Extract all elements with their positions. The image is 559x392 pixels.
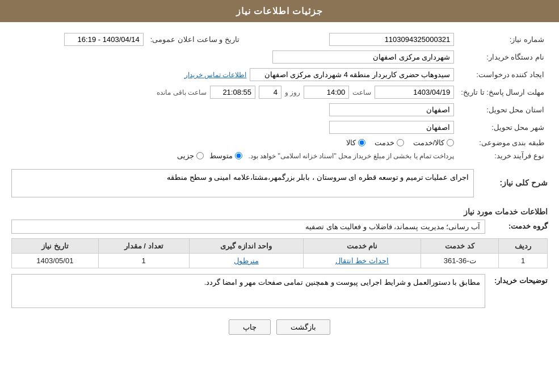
radio-kala[interactable]: کالا [346, 138, 365, 147]
cell-0-1: ت-36-361 [421, 254, 498, 268]
radio-khedmat[interactable]: خدمت [375, 138, 404, 147]
header-title: جزئیات اطلاعات نیاز [236, 6, 323, 16]
buyer-org-input[interactable] [272, 50, 454, 64]
deadline-days-input[interactable] [259, 86, 281, 99]
services-table: ردیفکد خدمتنام خدمتواحد اندازه گیریتعداد… [11, 238, 548, 268]
cell-0-4: 1 [98, 254, 189, 268]
page-wrapper: جزئیات اطلاعات نیاز شماره نیاز: تاریخ و … [0, 0, 559, 392]
description-section: شرح کلی نیاز: [11, 169, 548, 199]
description-row: شرح کلی نیاز: [11, 169, 548, 199]
col-header-4: تعداد / مقدار [98, 239, 189, 254]
row-category: طبقه بندی موضوعی: کالا/خدمت خدمت [11, 136, 548, 149]
buyer-org-label: نام دستگاه خریدار: [457, 48, 548, 66]
cell-0-5: 1403/05/01 [12, 254, 99, 268]
deadline-remaining-label: ساعت باقی مانده [157, 88, 207, 96]
info-table: شماره نیاز: تاریخ و ساعت اعلان عمومی: نا… [11, 31, 548, 162]
table-header-row: ردیفکد خدمتنام خدمتواحد اندازه گیریتعداد… [12, 239, 548, 254]
col-header-5: تاریخ نیاز [12, 239, 99, 254]
content-area: شماره نیاز: تاریخ و ساعت اعلان عمومی: نا… [0, 22, 559, 343]
creator-label: ایجاد کننده درخواست: [457, 66, 548, 83]
col-header-0: ردیف [499, 239, 548, 254]
notes-row: توضیحات خریدار: [11, 274, 548, 308]
service-group-label: گروه خدمت: [491, 220, 548, 230]
deadline-days-label: روز و [285, 88, 300, 96]
announcement-date-label: تاریخ و ساعت اعلان عمومی: [147, 31, 251, 48]
back-button[interactable]: بازگشت [276, 319, 330, 335]
process-value: پرداخت تمام یا بخشی از مبلغ خریداز محل "… [11, 149, 457, 162]
page-header: جزئیات اطلاعات نیاز [0, 0, 559, 22]
city-label: شهر محل تحویل: [457, 119, 548, 136]
need-number-input[interactable] [329, 33, 454, 46]
need-number-value [251, 31, 457, 48]
service-group-row: گروه خدمت: آب رسانی؛ مدیریت پسماند، فاضل… [11, 220, 548, 234]
col-header-1: کد خدمت [421, 239, 498, 254]
deadline-remaining-input[interactable] [210, 86, 255, 99]
radio-motawaset-label: متوسط [209, 151, 233, 160]
deadline-time-label: ساعت [352, 88, 371, 96]
row-buyer-org: نام دستگاه خریدار: [11, 48, 548, 66]
service-group-value: آب رسانی؛ مدیریت پسماند، فاضلاب و فعالیت… [11, 220, 485, 234]
services-section-title: اطلاعات خدمات مورد نیاز [11, 207, 548, 216]
deadline-time-input[interactable] [304, 86, 349, 99]
notes-label: توضیحات خریدار: [491, 274, 548, 285]
row-province: استان محل تحویل: [11, 101, 548, 119]
radio-jozi-label: جزیی [177, 151, 194, 160]
buyer-org-value [11, 48, 457, 66]
table-row: 1ت-36-361احداث خط انتقالمنرطول11403/05/0… [12, 254, 548, 268]
notes-textarea[interactable] [11, 274, 485, 308]
province-label: استان محل تحویل: [457, 101, 548, 119]
deadline-date-input[interactable] [375, 86, 454, 99]
creator-value: اطلاعات تماس خریدار [11, 66, 457, 83]
process-note: پرداخت تمام یا بخشی از مبلغ خریداز محل "… [248, 152, 454, 160]
announcement-date-value [11, 31, 147, 48]
province-value [11, 101, 457, 119]
row-city: شهر محل تحویل: [11, 119, 548, 136]
button-row: بازگشت چاپ [11, 319, 548, 335]
radio-motawaset[interactable]: متوسط [209, 151, 242, 160]
cell-0-2[interactable]: احداث خط انتقال [303, 254, 421, 268]
cell-0-3[interactable]: منرطول [189, 254, 303, 268]
radio-khedmat-label: خدمت [375, 138, 394, 147]
description-label: شرح کلی نیاز: [480, 176, 548, 187]
cell-0-0: 1 [499, 254, 548, 268]
deadline-value: ساعت روز و ساعت باقی مانده [11, 83, 457, 101]
description-textarea[interactable] [11, 169, 474, 197]
category-label: طبقه بندی موضوعی: [457, 136, 548, 149]
radio-jozi[interactable]: جزیی [177, 151, 204, 160]
deadline-label: مهلت ارسال پاسخ: تا تاریخ: [457, 83, 548, 101]
row-need-number: شماره نیاز: تاریخ و ساعت اعلان عمومی: [11, 31, 548, 48]
col-header-2: نام خدمت [303, 239, 421, 254]
announcement-date-input[interactable] [64, 33, 144, 46]
row-creator: ایجاد کننده درخواست: اطلاعات تماس خریدار [11, 66, 548, 83]
city-value [11, 119, 457, 136]
col-header-3: واحد اندازه گیری [189, 239, 303, 254]
radio-kala-label: کالا [346, 138, 356, 147]
radio-kala-khedmat[interactable]: کالا/خدمت [413, 138, 455, 147]
province-input[interactable] [329, 103, 454, 116]
process-label: نوع فرآیند خرید: [457, 149, 548, 162]
radio-kala-khedmat-label: کالا/خدمت [413, 138, 445, 147]
category-radios: کالا/خدمت خدمت کالا [11, 136, 457, 149]
row-process: نوع فرآیند خرید: پرداخت تمام یا بخشی از … [11, 149, 548, 162]
row-deadline: مهلت ارسال پاسخ: تا تاریخ: ساعت روز و سا… [11, 83, 548, 101]
contact-link[interactable]: اطلاعات تماس خریدار [184, 71, 247, 79]
need-number-label: شماره نیاز: [457, 31, 548, 48]
creator-input[interactable] [250, 68, 454, 81]
services-section: اطلاعات خدمات مورد نیاز گروه خدمت: آب رس… [11, 207, 548, 268]
notes-section: توضیحات خریدار: [11, 274, 548, 308]
description-container [11, 169, 474, 199]
print-button[interactable]: چاپ [229, 319, 271, 335]
city-input[interactable] [329, 121, 454, 134]
